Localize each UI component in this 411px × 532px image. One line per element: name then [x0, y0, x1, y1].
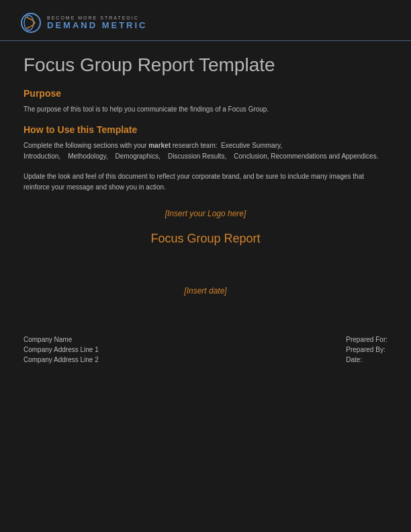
prepared-by-label: Prepared By:: [346, 346, 387, 353]
date-placeholder: [Insert date]: [24, 286, 387, 296]
main-content: Focus Group Report Template Purpose The …: [0, 41, 411, 326]
logo-tagline: Become More Strategic: [47, 15, 148, 20]
prepared-info: Prepared For: Prepared By: Date:: [346, 336, 387, 363]
logo-placeholder: [Insert your Logo here]: [24, 209, 387, 218]
purpose-body: The purpose of this tool is to help you …: [24, 104, 387, 115]
logo-icon: [20, 12, 42, 34]
header: Become More Strategic Demand Metric: [0, 0, 411, 41]
logo-brand: Demand Metric: [47, 20, 148, 30]
how-to-use-body2: Update the look and feel of this documen…: [24, 171, 387, 193]
company-name: Company Name: [24, 336, 99, 343]
how-to-use-section: How to Use this Template Complete the fo…: [24, 124, 387, 193]
cover-section: [Insert your Logo here] Focus Group Repo…: [24, 202, 387, 316]
prepared-date-label: Date:: [346, 356, 387, 363]
logo-area: Become More Strategic Demand Metric: [20, 12, 391, 34]
company-address-line1: Company Address Line 1: [24, 346, 99, 353]
footer-info: Company Name Company Address Line 1 Comp…: [0, 329, 411, 370]
prepared-for-label: Prepared For:: [346, 336, 387, 343]
how-to-use-heading: How to Use this Template: [24, 124, 387, 135]
report-title: Focus Group Report: [24, 232, 387, 246]
company-info: Company Name Company Address Line 1 Comp…: [24, 336, 99, 363]
how-to-use-body1: Complete the following sections with you…: [24, 140, 387, 162]
company-address-line2: Company Address Line 2: [24, 356, 99, 363]
page: Become More Strategic Demand Metric Focu…: [0, 0, 411, 532]
purpose-heading: Purpose: [24, 88, 387, 99]
purpose-section: Purpose The purpose of this tool is to h…: [24, 88, 387, 115]
logo-text-block: Become More Strategic Demand Metric: [47, 15, 148, 30]
page-title: Focus Group Report Template: [24, 54, 387, 76]
